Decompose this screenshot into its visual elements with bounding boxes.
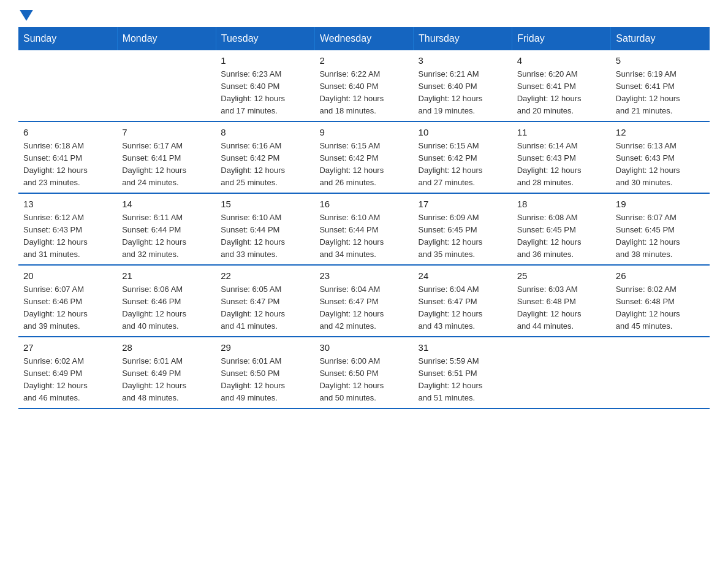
day-info: Sunrise: 6:00 AMSunset: 6:50 PMDaylight:… — [319, 355, 408, 405]
day-number: 20 — [23, 269, 112, 283]
logo — [18, 12, 33, 21]
day-info: Sunrise: 6:02 AMSunset: 6:49 PMDaylight:… — [23, 355, 112, 405]
day-info: Sunrise: 6:03 AMSunset: 6:48 PMDaylight:… — [517, 283, 606, 333]
calendar-cell — [18, 50, 117, 121]
day-number: 10 — [419, 126, 507, 140]
day-number: 1 — [221, 54, 309, 68]
column-header-tuesday: Tuesday — [216, 27, 314, 50]
day-number: 12 — [616, 126, 705, 140]
day-info: Sunrise: 6:22 AMSunset: 6:40 PMDaylight:… — [319, 68, 408, 118]
calendar-cell: 11Sunrise: 6:14 AMSunset: 6:43 PMDayligh… — [512, 121, 611, 193]
calendar-cell: 15Sunrise: 6:10 AMSunset: 6:44 PMDayligh… — [216, 193, 314, 265]
calendar-cell: 21Sunrise: 6:06 AMSunset: 6:46 PMDayligh… — [117, 265, 216, 337]
svg-marker-0 — [20, 10, 33, 21]
day-number: 31 — [419, 341, 507, 355]
day-info: Sunrise: 6:07 AMSunset: 6:46 PMDaylight:… — [23, 283, 112, 333]
calendar-cell — [611, 337, 710, 408]
calendar-cell: 30Sunrise: 6:00 AMSunset: 6:50 PMDayligh… — [314, 337, 413, 408]
day-number: 25 — [517, 269, 606, 283]
calendar-cell: 20Sunrise: 6:07 AMSunset: 6:46 PMDayligh… — [18, 265, 117, 337]
day-number: 3 — [419, 54, 507, 68]
day-number: 19 — [616, 197, 705, 212]
calendar-week-row: 6Sunrise: 6:18 AMSunset: 6:41 PMDaylight… — [18, 121, 710, 193]
column-header-wednesday: Wednesday — [314, 27, 413, 50]
day-info: Sunrise: 6:11 AMSunset: 6:44 PMDaylight:… — [122, 212, 211, 261]
calendar-cell: 5Sunrise: 6:19 AMSunset: 6:41 PMDaylight… — [611, 50, 710, 121]
day-number: 6 — [23, 126, 112, 140]
day-number: 24 — [419, 269, 507, 283]
day-info: Sunrise: 6:12 AMSunset: 6:43 PMDaylight:… — [23, 212, 112, 261]
calendar-cell: 13Sunrise: 6:12 AMSunset: 6:43 PMDayligh… — [18, 193, 117, 265]
day-number: 9 — [319, 126, 408, 140]
calendar-week-row: 13Sunrise: 6:12 AMSunset: 6:43 PMDayligh… — [18, 193, 710, 265]
day-number: 28 — [122, 341, 211, 355]
logo-triangle-icon — [20, 10, 33, 23]
day-number: 15 — [221, 197, 309, 212]
calendar-cell: 7Sunrise: 6:17 AMSunset: 6:41 PMDaylight… — [117, 121, 216, 193]
day-info: Sunrise: 6:07 AMSunset: 6:45 PMDaylight:… — [616, 212, 705, 261]
calendar-cell — [117, 50, 216, 121]
calendar-cell: 19Sunrise: 6:07 AMSunset: 6:45 PMDayligh… — [611, 193, 710, 265]
calendar-cell: 25Sunrise: 6:03 AMSunset: 6:48 PMDayligh… — [512, 265, 611, 337]
day-number: 27 — [23, 341, 112, 355]
day-info: Sunrise: 6:01 AMSunset: 6:50 PMDaylight:… — [221, 355, 309, 405]
calendar-header-row: SundayMondayTuesdayWednesdayThursdayFrid… — [18, 27, 710, 50]
column-header-friday: Friday — [512, 27, 611, 50]
day-number: 13 — [23, 197, 112, 212]
calendar-cell: 31Sunrise: 5:59 AMSunset: 6:51 PMDayligh… — [414, 337, 512, 408]
calendar-cell: 26Sunrise: 6:02 AMSunset: 6:48 PMDayligh… — [611, 265, 710, 337]
calendar-cell: 22Sunrise: 6:05 AMSunset: 6:47 PMDayligh… — [216, 265, 314, 337]
day-number: 30 — [319, 341, 408, 355]
day-info: Sunrise: 6:20 AMSunset: 6:41 PMDaylight:… — [517, 68, 606, 118]
calendar-cell: 6Sunrise: 6:18 AMSunset: 6:41 PMDaylight… — [18, 121, 117, 193]
column-header-monday: Monday — [117, 27, 216, 50]
calendar-week-row: 1Sunrise: 6:23 AMSunset: 6:40 PMDaylight… — [18, 50, 710, 121]
calendar-cell: 3Sunrise: 6:21 AMSunset: 6:40 PMDaylight… — [414, 50, 512, 121]
day-info: Sunrise: 6:19 AMSunset: 6:41 PMDaylight:… — [616, 68, 705, 118]
calendar-table: SundayMondayTuesdayWednesdayThursdayFrid… — [18, 27, 710, 409]
calendar-cell: 24Sunrise: 6:04 AMSunset: 6:47 PMDayligh… — [414, 265, 512, 337]
day-number: 29 — [221, 341, 309, 355]
day-info: Sunrise: 6:10 AMSunset: 6:44 PMDaylight:… — [319, 212, 408, 261]
day-number: 22 — [221, 269, 309, 283]
page-header — [18, 12, 710, 21]
day-info: Sunrise: 6:17 AMSunset: 6:41 PMDaylight:… — [122, 140, 211, 190]
day-number: 23 — [319, 269, 408, 283]
day-number: 4 — [517, 54, 606, 68]
calendar-cell: 2Sunrise: 6:22 AMSunset: 6:40 PMDaylight… — [314, 50, 413, 121]
column-header-thursday: Thursday — [414, 27, 512, 50]
day-info: Sunrise: 6:08 AMSunset: 6:45 PMDaylight:… — [517, 212, 606, 261]
calendar-week-row: 27Sunrise: 6:02 AMSunset: 6:49 PMDayligh… — [18, 337, 710, 408]
day-number: 14 — [122, 197, 211, 212]
day-info: Sunrise: 6:06 AMSunset: 6:46 PMDaylight:… — [122, 283, 211, 333]
calendar-cell: 14Sunrise: 6:11 AMSunset: 6:44 PMDayligh… — [117, 193, 216, 265]
day-info: Sunrise: 6:04 AMSunset: 6:47 PMDaylight:… — [319, 283, 408, 333]
column-header-saturday: Saturday — [611, 27, 710, 50]
calendar-week-row: 20Sunrise: 6:07 AMSunset: 6:46 PMDayligh… — [18, 265, 710, 337]
day-number: 11 — [517, 126, 606, 140]
calendar-cell: 12Sunrise: 6:13 AMSunset: 6:43 PMDayligh… — [611, 121, 710, 193]
day-number: 8 — [221, 126, 309, 140]
calendar-cell: 4Sunrise: 6:20 AMSunset: 6:41 PMDaylight… — [512, 50, 611, 121]
day-info: Sunrise: 6:15 AMSunset: 6:42 PMDaylight:… — [419, 140, 507, 190]
day-number: 5 — [616, 54, 705, 68]
day-number: 21 — [122, 269, 211, 283]
day-number: 18 — [517, 197, 606, 212]
calendar-cell: 28Sunrise: 6:01 AMSunset: 6:49 PMDayligh… — [117, 337, 216, 408]
day-info: Sunrise: 6:21 AMSunset: 6:40 PMDaylight:… — [419, 68, 507, 118]
calendar-cell: 29Sunrise: 6:01 AMSunset: 6:50 PMDayligh… — [216, 337, 314, 408]
calendar-cell: 10Sunrise: 6:15 AMSunset: 6:42 PMDayligh… — [414, 121, 512, 193]
calendar-cell: 8Sunrise: 6:16 AMSunset: 6:42 PMDaylight… — [216, 121, 314, 193]
day-info: Sunrise: 6:10 AMSunset: 6:44 PMDaylight:… — [221, 212, 309, 261]
day-info: Sunrise: 5:59 AMSunset: 6:51 PMDaylight:… — [419, 355, 507, 405]
day-info: Sunrise: 6:14 AMSunset: 6:43 PMDaylight:… — [517, 140, 606, 190]
day-number: 26 — [616, 269, 705, 283]
day-number: 17 — [419, 197, 507, 212]
day-info: Sunrise: 6:01 AMSunset: 6:49 PMDaylight:… — [122, 355, 211, 405]
day-info: Sunrise: 6:04 AMSunset: 6:47 PMDaylight:… — [419, 283, 507, 333]
day-number: 16 — [319, 197, 408, 212]
calendar-cell: 23Sunrise: 6:04 AMSunset: 6:47 PMDayligh… — [314, 265, 413, 337]
day-info: Sunrise: 6:23 AMSunset: 6:40 PMDaylight:… — [221, 68, 309, 118]
calendar-cell: 27Sunrise: 6:02 AMSunset: 6:49 PMDayligh… — [18, 337, 117, 408]
day-info: Sunrise: 6:09 AMSunset: 6:45 PMDaylight:… — [419, 212, 507, 261]
